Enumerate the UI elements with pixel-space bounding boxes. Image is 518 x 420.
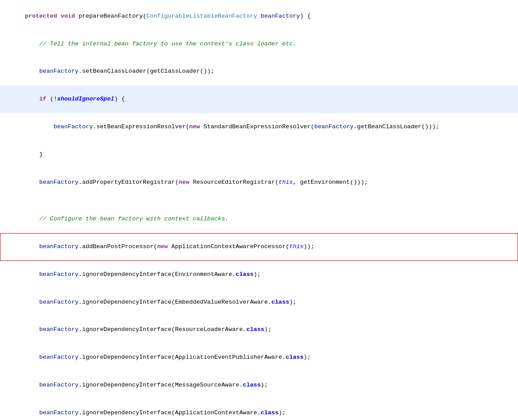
code-line-ig2: beanFactory.ignoreDependencyInterface(Em…	[0, 289, 518, 316]
code-line-6: }	[0, 141, 518, 169]
code-line-ig5: beanFactory.ignoreDependencyInterface(Me…	[0, 372, 518, 399]
code-line-4: if (!shouldIgnoreSpel) {	[0, 85, 518, 113]
code-editor: protected void prepareBeanFactory(Config…	[0, 0, 518, 420]
code-line-ig3: beanFactory.ignoreDependencyInterface(Re…	[0, 316, 518, 344]
code-line-1: protected void prepareBeanFactory(Config…	[0, 3, 518, 30]
code-line-boxed: beanFactory.addBeanPostProcessor(new App…	[0, 233, 518, 261]
code-line-ig6: beanFactory.ignoreDependencyInterface(Ap…	[0, 399, 518, 420]
code-line-blank1	[0, 196, 518, 205]
code-line-comment1: // Configure the bean factory with conte…	[0, 205, 518, 233]
code-line-2: // Tell the internal bean factory to use…	[0, 30, 518, 58]
code-line-ig1: beanFactory.ignoreDependencyInterface(En…	[0, 261, 518, 289]
code-line-7: beanFactory.addPropertyEditorRegistrar(n…	[0, 169, 518, 197]
code-line-3: beanFactory.setBeanClassLoader(getClassL…	[0, 58, 518, 86]
code-line-5: beanFactory.setBeanExpressionResolver(ne…	[0, 113, 518, 141]
code-line-ig4: beanFactory.ignoreDependencyInterface(Ap…	[0, 344, 518, 372]
